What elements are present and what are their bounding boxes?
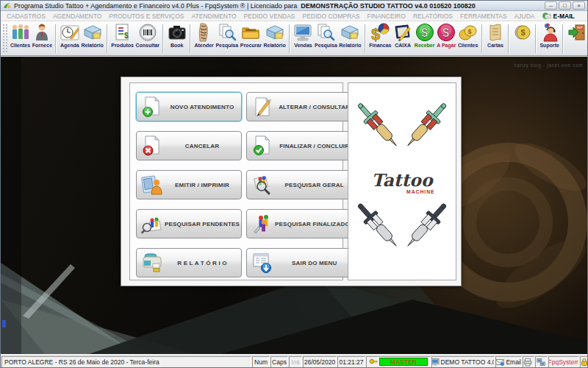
menu-button-pesquisar-finalizados[interactable]: PESQUISAR FINALIZADOS <box>246 209 356 238</box>
toolbar-relatorio[interactable]: Relatório <box>262 22 287 55</box>
svg-text:EXIT: EXIT <box>577 26 582 29</box>
menu-button-r-e-l-a-t-o-r-i-o[interactable]: R E L A T Ó R I O <box>136 248 242 277</box>
toolbar-label: Relatório <box>81 43 103 48</box>
status-cell-text: 26/05/2020 <box>304 358 336 366</box>
menu-button-cancelar[interactable]: CANCELAR <box>136 131 242 160</box>
menu-item-produtos-e-servicos[interactable]: PRODUTOS E SERVIÇOS <box>109 13 184 20</box>
menu-button-sair-do-menu[interactable]: SAIR DO MENU <box>246 248 356 277</box>
status-cell-26-05-2020: 26/05/2020 <box>303 356 337 368</box>
toolbar-coin-icon[interactable]: $ <box>512 22 533 55</box>
background-watermark: hanzy blog - janet-one.com <box>514 63 583 68</box>
menu-button-pesquisar-geral[interactable]: PESQUISAR GERAL <box>246 170 356 199</box>
toolbar-book[interactable]: Book <box>166 22 187 55</box>
menu-item-relatorios[interactable]: RELATÓRIOS <box>413 13 453 20</box>
menu-item-label: AGENDAMENTO <box>53 13 101 20</box>
toolbar-consultar[interactable]: Consultar <box>135 22 160 55</box>
menu-item-ferramentas[interactable]: FERRAMENTAS <box>460 13 507 20</box>
toolbar-label: Relatório <box>263 43 285 48</box>
folder-icon <box>241 23 260 42</box>
menu-item-label: FINANCEIRO <box>367 13 405 20</box>
toolbar-fornece[interactable]: Fornece <box>31 22 53 55</box>
minimize-button[interactable]: – <box>545 1 557 10</box>
toolbar-agenda[interactable]: Agenda <box>59 22 80 55</box>
toolbar-clientes[interactable]: $Clientes <box>457 22 479 55</box>
menu-item-cadastros[interactable]: CADASTROS <box>7 13 46 20</box>
main-area: hanzy blog - janet-one.com NOVO ATENDIME… <box>1 57 588 354</box>
toolbar-produtos[interactable]: $Produtos <box>110 22 135 55</box>
status-cell-caps: Caps <box>270 356 288 368</box>
menu-button-emitir-imprimir[interactable]: EMITIR / IMPRIMIR <box>136 170 242 199</box>
toolbar-separator <box>55 24 57 53</box>
toolbar-label: A Pagar <box>437 43 456 48</box>
emit-print-icon <box>141 174 163 196</box>
menu-button-label: PESQUISAR GERAL <box>273 182 355 188</box>
toolbar-grip[interactable] <box>2 24 9 54</box>
menu-button-finalizar-concluir[interactable]: FINALIZAR / CONCLUIR <box>246 131 356 160</box>
toolbar-receber[interactable]: $Receber <box>414 22 436 55</box>
menu-item-financeiro[interactable]: FINANCEIRO <box>367 13 405 20</box>
status-cell-fpqsystem: FpqSystem <box>548 356 579 368</box>
toolbar-atender[interactable]: Atender <box>193 22 215 55</box>
toolbar-procurar[interactable]: Procurar <box>239 22 262 55</box>
menu-item-label: E-MAIL <box>553 13 575 20</box>
window-title: Programa Studio Tattoo + Agendamento e F… <box>14 2 476 10</box>
toolbar-financas[interactable]: $Financas <box>368 22 392 55</box>
status-cell-text: Num <box>254 358 268 366</box>
menu-item-ajuda[interactable]: AJUDA <box>514 13 535 20</box>
toolbar-exit-door-icon[interactable]: EXIT <box>566 22 587 55</box>
app-icon <box>3 1 11 10</box>
toolbar-a-pagar[interactable]: $A Pagar <box>436 22 457 55</box>
toolbar-suporte[interactable]: Suporte <box>539 22 560 55</box>
toolbar-cartas[interactable]: Cartas <box>485 22 506 55</box>
svg-text:$: $ <box>124 32 129 40</box>
toolbar-relatorio[interactable]: Relatório <box>80 22 104 55</box>
taskbar-fragment <box>2 320 6 328</box>
toolbar-caixa[interactable]: CAIXA <box>392 22 414 55</box>
toolbar-separator <box>508 24 509 53</box>
tattoo-image-panel: Tattoo MACHINE <box>348 82 456 280</box>
maximize-button[interactable]: □ <box>559 1 571 10</box>
report-icon <box>340 23 359 42</box>
toolbar-relatorio[interactable]: Relatório <box>338 22 362 55</box>
menu-item-label: PEDIDO COMPRAS <box>303 13 360 20</box>
toolbar-label: CAIXA <box>395 43 411 48</box>
toolbar-label: Vendas <box>294 43 312 48</box>
menu-button-label: PESQUISAR PENDENTES <box>163 221 241 227</box>
status-cell-text: DEMO TATTOO 4.0 <box>441 358 495 366</box>
network-small-icon <box>537 358 545 367</box>
status-cell-text: PORTO ALEGRE - RS 26 de Maio de 2020 - T… <box>4 358 159 366</box>
toolbar-vendas[interactable]: Vendas <box>293 22 314 55</box>
coins-icon: $ <box>459 23 478 42</box>
menu-item-label: PRODUTOS E SERVIÇOS <box>109 13 184 20</box>
menu-item-label: AJUDA <box>514 13 535 20</box>
status-cell-demo-tattoo-4-0: DEMO TATTOO 4.0 <box>431 356 495 368</box>
menu-button-alterar-consultar[interactable]: ALTERAR / CONSULTAR <box>246 92 356 121</box>
menu-item-pedido-compras[interactable]: PEDIDO COMPRAS <box>303 13 360 20</box>
status-cell-text: FpqSystem <box>548 358 579 366</box>
svg-text:$: $ <box>442 26 449 39</box>
menu-button-pesquisar-pendentes[interactable]: PESQUISAR PENDENTES <box>136 209 242 238</box>
menu-item-e-mail[interactable]: E-MAIL <box>542 12 575 20</box>
close-button[interactable]: × <box>573 1 585 10</box>
toolbar-separator <box>162 24 164 53</box>
toolbar-pesquisa[interactable]: Pesquisa <box>215 22 239 55</box>
exit-menu-icon <box>251 252 273 274</box>
money-out-icon: $ <box>437 23 456 42</box>
toolbar-label: Pesquisa <box>315 43 337 48</box>
status-cell-ins: Ins <box>289 356 302 368</box>
search-pending-icon <box>141 213 163 235</box>
svg-text:$: $ <box>467 28 471 35</box>
toolbar-clientes[interactable]: Clientes <box>10 22 32 55</box>
window-controls: –□× <box>545 1 585 10</box>
toolbar-separator <box>365 24 366 53</box>
menu-button-novo-atendimento[interactable]: NOVO ATENDIMENTO <box>136 92 242 121</box>
svg-text:$: $ <box>421 26 428 39</box>
window-title-main: Programa Studio Tattoo + Agendamento e F… <box>14 2 297 10</box>
lock-small-icon <box>580 358 588 367</box>
menu-item-label: ATENDIMENTO <box>192 13 237 20</box>
menu-item-atendimento[interactable]: ATENDIMENTO <box>192 13 237 20</box>
toolbar-separator <box>107 24 108 53</box>
menu-item-agendamento[interactable]: AGENDAMENTO <box>53 13 101 20</box>
toolbar-pesquisa[interactable]: Pesquisa <box>314 22 338 55</box>
menu-item-pedido-vendas[interactable]: PEDIDO VENDAS <box>244 13 295 20</box>
